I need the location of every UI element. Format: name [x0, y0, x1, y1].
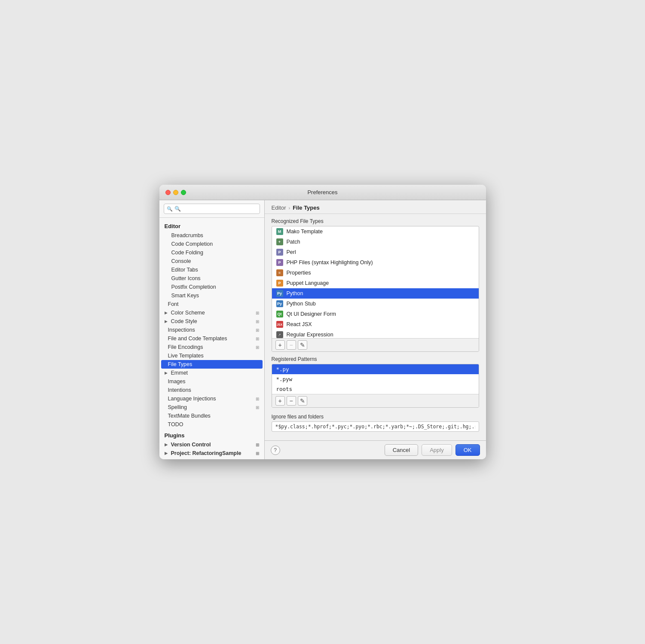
file-icon-qt: Qt	[276, 311, 283, 317]
sidebar-item-file-encodings[interactable]: File Encodings ⊞	[159, 343, 264, 351]
maximize-button[interactable]	[181, 190, 186, 195]
footer: ? Cancel Apply OK	[265, 440, 486, 459]
file-icon-perl: P	[276, 249, 283, 256]
add-file-type-button[interactable]: +	[275, 340, 285, 350]
list-item-patch[interactable]: + Patch	[272, 237, 479, 247]
sidebar-item-project-refactoring[interactable]: ▶ Project: RefactoringSample ⊞	[159, 449, 264, 458]
sidebar-item-language-injections[interactable]: Language Injections ⊞	[159, 394, 264, 403]
list-item-mako-template[interactable]: M Mako Template	[272, 226, 479, 237]
remove-pattern-button[interactable]: −	[287, 396, 296, 406]
list-item-properties[interactable]: ≡ Properties	[272, 268, 479, 278]
sidebar-item-spelling[interactable]: Spelling ⊞	[159, 403, 264, 412]
sidebar-item-postfix-completion[interactable]: Postfix Completion	[159, 283, 264, 291]
sidebar-item-label-project: Project: RefactoringSample	[171, 450, 241, 456]
sidebar-item-breadcrumbs[interactable]: Breadcrumbs	[159, 231, 264, 240]
main-panel: Editor › File Types Recognized File Type…	[265, 200, 486, 459]
edit-pattern-button[interactable]: ✎	[298, 396, 307, 406]
sidebar-header-plugins: Plugins	[159, 430, 264, 440]
list-item-perl[interactable]: P Perl	[272, 247, 479, 257]
recognized-file-types-list: M Mako Template + Patch P Perl	[272, 226, 479, 338]
file-icon-mako: M	[276, 228, 283, 235]
list-item-python[interactable]: Py Python	[272, 288, 479, 299]
search-input[interactable]	[164, 204, 260, 214]
sidebar-item-label-spelling: Spelling	[168, 404, 187, 410]
sidebar-item-file-types[interactable]: File Types	[161, 360, 263, 369]
sidebar-item-file-and-code-templates[interactable]: File and Code Templates ⊞	[159, 334, 264, 343]
edit-file-type-button[interactable]: ✎	[298, 340, 307, 350]
expand-arrow-version-control: ▶	[165, 443, 168, 447]
sidebar-item-label-emmet: Emmet	[171, 370, 188, 376]
main-content-area: 🔍 Editor Breadcrumbs Code Completion Cod…	[159, 200, 486, 459]
file-type-label-properties: Properties	[287, 270, 311, 276]
sidebar-item-color-scheme[interactable]: ▶ Color Scheme ⊞	[159, 308, 264, 317]
registered-patterns-list: *.py *.pyw roots	[272, 364, 479, 394]
file-icon-patch: +	[276, 238, 283, 245]
list-item-react-jsx[interactable]: JSX React JSX	[272, 319, 479, 330]
file-type-label-python: Python	[287, 290, 303, 296]
sidebar-item-font[interactable]: Font	[159, 300, 264, 308]
cancel-button[interactable]: Cancel	[385, 444, 418, 456]
sidebar-item-gutter-icons[interactable]: Gutter Icons	[159, 274, 264, 283]
pattern-item-pyw[interactable]: *.pyw	[272, 374, 479, 384]
ignore-input[interactable]	[272, 421, 479, 432]
pattern-item-py[interactable]: *.py	[272, 364, 479, 374]
sidebar-item-textmate-bundles[interactable]: TextMate Bundles	[159, 412, 264, 420]
registered-patterns-toolbar: + − ✎	[272, 394, 479, 407]
sidebar-item-label-code-style: Code Style	[171, 318, 197, 324]
copy-icon-code-style: ⊞	[256, 319, 259, 324]
copy-icon-color-scheme: ⊞	[256, 311, 259, 315]
ignore-section: Ignore files and folders	[272, 414, 479, 432]
file-type-label-php: PHP Files (syntax Highlighting Only)	[287, 259, 373, 266]
sidebar-item-code-completion[interactable]: Code Completion	[159, 240, 264, 248]
expand-arrow-color-scheme: ▶	[165, 311, 168, 315]
sidebar-item-emmet[interactable]: ▶ Emmet	[159, 369, 264, 377]
sidebar-item-label-file-encodings: File Encodings	[168, 344, 203, 350]
sidebar-item-live-templates[interactable]: Live Templates	[159, 351, 264, 360]
sidebar-item-label-images: Images	[168, 378, 186, 385]
sidebar-item-version-control[interactable]: ▶ Version Control ⊞	[159, 440, 264, 449]
recognized-file-types-label: Recognized File Types	[272, 218, 479, 224]
sidebar-item-editor-tabs[interactable]: Editor Tabs	[159, 266, 264, 274]
registered-patterns-label: Registered Patterns	[272, 356, 479, 362]
recognized-file-types-toolbar: + − ✎	[272, 338, 479, 351]
titlebar: Preferences	[159, 185, 486, 200]
close-button[interactable]	[165, 190, 171, 195]
sidebar-item-code-style[interactable]: ▶ Code Style ⊞	[159, 317, 264, 326]
ok-button[interactable]: OK	[455, 444, 480, 456]
sidebar-item-label-intentions: Intentions	[168, 387, 191, 393]
sidebar-item-smart-keys[interactable]: Smart Keys	[159, 291, 264, 300]
sidebar-item-label-textmate-bundles: TextMate Bundles	[168, 413, 211, 419]
panel-header: Editor › File Types	[265, 200, 486, 214]
remove-file-type-button[interactable]: −	[287, 340, 296, 350]
list-item-php[interactable]: P PHP Files (syntax Highlighting Only)	[272, 257, 479, 268]
sidebar-item-intentions[interactable]: Intentions	[159, 386, 264, 394]
window-title: Preferences	[165, 189, 480, 195]
copy-icon-file-encodings: ⊞	[256, 345, 259, 350]
sidebar-item-inspections[interactable]: Inspections ⊞	[159, 326, 264, 334]
list-item-regex[interactable]: .* Regular Expression	[272, 330, 479, 338]
file-type-label-patch: Patch	[287, 239, 300, 245]
list-item-qt[interactable]: Qt Qt UI Designer Form	[272, 309, 479, 319]
search-bar: 🔍	[159, 200, 264, 218]
sidebar-item-images[interactable]: Images	[159, 377, 264, 386]
pattern-item-roots[interactable]: roots	[272, 384, 479, 394]
sidebar-item-todo[interactable]: TODO	[159, 420, 264, 429]
add-pattern-button[interactable]: +	[275, 396, 285, 406]
sidebar-item-label-todo: TODO	[168, 421, 183, 427]
sidebar-item-code-folding[interactable]: Code Folding	[159, 248, 264, 257]
recognized-file-types-list-container: M Mako Template + Patch P Perl	[272, 226, 479, 352]
list-item-python-stub[interactable]: Py Python Stub	[272, 299, 479, 309]
recognized-file-types-section: Recognized File Types M Mako Template + …	[272, 218, 479, 352]
sidebar-item-label-version-control: Version Control	[171, 442, 211, 448]
file-type-label-regex: Regular Expression	[287, 332, 333, 338]
help-button[interactable]: ?	[271, 446, 280, 455]
breadcrumb-parent: Editor	[272, 204, 286, 211]
file-icon-php: P	[276, 259, 283, 266]
minimize-button[interactable]	[173, 190, 178, 195]
file-icon-puppet: P	[276, 280, 283, 287]
sidebar-item-console[interactable]: Console	[159, 257, 264, 266]
sidebar-item-label-live-templates: Live Templates	[168, 353, 204, 359]
preferences-window: Preferences 🔍 Editor Breadcrumbs Code Co…	[159, 185, 486, 459]
apply-button[interactable]: Apply	[422, 444, 452, 456]
list-item-puppet[interactable]: P Puppet Language	[272, 278, 479, 288]
